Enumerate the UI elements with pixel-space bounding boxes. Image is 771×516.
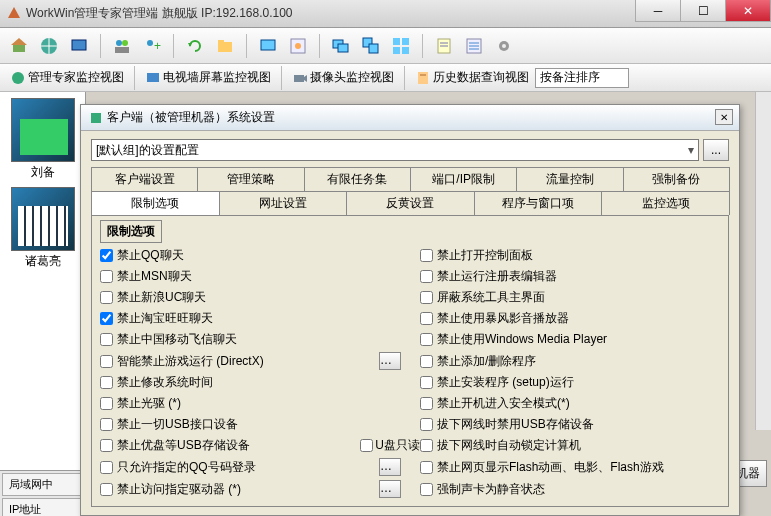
option-checkbox[interactable]: 禁止光驱 (*) — [100, 395, 360, 412]
checkbox[interactable] — [100, 270, 113, 283]
checkbox[interactable] — [420, 461, 433, 474]
client-thumb[interactable] — [11, 98, 75, 162]
dialog-close-button[interactable]: ✕ — [715, 109, 733, 125]
checkbox[interactable] — [100, 439, 113, 452]
list-icon[interactable] — [461, 33, 487, 59]
checkbox[interactable] — [420, 355, 433, 368]
option-checkbox[interactable]: 拔下网线时禁用USB存储设备 — [420, 416, 720, 433]
checkbox[interactable] — [100, 333, 113, 346]
option-checkbox[interactable]: 禁止修改系统时间 — [100, 374, 360, 391]
user-plus-icon[interactable]: + — [139, 33, 165, 59]
view-history[interactable]: 历史数据查询视图 — [411, 67, 533, 88]
checkbox[interactable] — [100, 483, 113, 496]
checkbox[interactable] — [420, 483, 433, 496]
windows-icon[interactable] — [328, 33, 354, 59]
option-checkbox[interactable]: 禁止MSN聊天 — [100, 268, 360, 285]
checkbox[interactable] — [420, 397, 433, 410]
tile-icon[interactable] — [388, 33, 414, 59]
group-combo[interactable]: [默认组]的设置配置 — [91, 139, 699, 161]
tab-lan[interactable]: 局域网中 — [2, 473, 84, 496]
option-checkbox[interactable]: 禁止一切USB接口设备 — [100, 416, 360, 433]
checkbox[interactable] — [100, 397, 113, 410]
checkbox[interactable] — [100, 312, 113, 325]
tab-ip[interactable]: IP地址 — [2, 498, 84, 516]
browse-button[interactable]: ... — [703, 139, 729, 161]
svg-point-8 — [147, 40, 153, 46]
tab-反黄设置[interactable]: 反黄设置 — [346, 191, 475, 215]
option-checkbox[interactable]: 智能禁止游戏运行 (DirectX) — [100, 352, 360, 370]
tab-管理策略[interactable]: 管理策略 — [197, 167, 304, 191]
option-checkbox[interactable]: 禁止使用Windows Media Player — [420, 331, 720, 348]
scrollbar[interactable] — [755, 92, 771, 430]
screen-icon[interactable] — [255, 33, 281, 59]
svg-rect-20 — [393, 38, 400, 45]
tab-监控选项[interactable]: 监控选项 — [601, 191, 730, 215]
window-title: WorkWin管理专家管理端 旗舰版 IP:192.168.0.100 — [26, 5, 293, 22]
tab-限制选项[interactable]: 限制选项 — [91, 191, 220, 215]
checkbox[interactable] — [420, 418, 433, 431]
home-icon[interactable] — [6, 33, 32, 59]
svg-marker-2 — [11, 38, 27, 45]
cascade-icon[interactable] — [358, 33, 384, 59]
option-checkbox[interactable]: 禁止访问指定驱动器 (*) — [100, 480, 360, 498]
checkbox[interactable] — [100, 461, 113, 474]
globe-icon[interactable] — [36, 33, 62, 59]
close-button[interactable]: ✕ — [725, 0, 771, 22]
option-checkbox[interactable]: 禁止网页显示Flash动画、电影、Flash游戏 — [420, 458, 720, 476]
client-thumb[interactable] — [11, 187, 75, 251]
checkbox[interactable] — [100, 418, 113, 431]
maximize-button[interactable]: ☐ — [680, 0, 726, 22]
checkbox[interactable] — [420, 270, 433, 283]
svg-rect-37 — [418, 72, 428, 84]
gear-icon[interactable] — [491, 33, 517, 59]
option-checkbox[interactable]: 禁止使用暴风影音播放器 — [420, 310, 720, 327]
option-checkbox[interactable]: 强制声卡为静音状态 — [420, 480, 720, 498]
sort-input[interactable] — [535, 68, 629, 88]
option-checkbox[interactable]: 禁止中国移动飞信聊天 — [100, 331, 360, 348]
view-monitor[interactable]: 管理专家监控视图 — [6, 67, 128, 88]
folder-icon[interactable] — [212, 33, 238, 59]
checkbox[interactable] — [420, 376, 433, 389]
checkbox[interactable] — [420, 291, 433, 304]
udisk-readonly-checkbox[interactable]: U盘只读 — [360, 437, 420, 454]
option-checkbox[interactable]: 禁止新浪UC聊天 — [100, 289, 360, 306]
checkbox[interactable] — [420, 439, 433, 452]
checkbox[interactable] — [100, 249, 113, 262]
option-checkbox[interactable]: 禁止开机进入安全模式(*) — [420, 395, 720, 412]
view-camera[interactable]: 摄像头监控视图 — [288, 67, 398, 88]
view-tvwall[interactable]: 电视墙屏幕监控视图 — [141, 67, 275, 88]
tab-端口/IP限制[interactable]: 端口/IP限制 — [410, 167, 517, 191]
tab-强制备份[interactable]: 强制备份 — [623, 167, 730, 191]
option-checkbox[interactable]: 禁止淘宝旺旺聊天 — [100, 310, 360, 327]
option-checkbox[interactable]: 禁止打开控制面板 — [420, 247, 720, 264]
option-checkbox[interactable]: 只允许指定的QQ号码登录 — [100, 458, 360, 476]
checkbox[interactable] — [100, 376, 113, 389]
tab-有限任务集[interactable]: 有限任务集 — [304, 167, 411, 191]
note-icon[interactable] — [431, 33, 457, 59]
detail-button[interactable]: … — [379, 458, 401, 476]
option-checkbox[interactable]: 禁止QQ聊天 — [100, 247, 360, 264]
detail-button[interactable]: … — [379, 480, 401, 498]
option-checkbox[interactable]: 禁止安装程序 (setup)运行 — [420, 374, 720, 391]
svg-text:+: + — [154, 39, 161, 53]
refresh-icon[interactable] — [182, 33, 208, 59]
checkbox[interactable] — [420, 249, 433, 262]
option-checkbox[interactable]: 禁止优盘等USB存储设备 — [100, 437, 360, 454]
option-checkbox[interactable]: 禁止运行注册表编辑器 — [420, 268, 720, 285]
option-checkbox[interactable]: 拔下网线时自动锁定计算机 — [420, 437, 720, 454]
tab-客户端设置[interactable]: 客户端设置 — [91, 167, 198, 191]
checkbox[interactable] — [100, 291, 113, 304]
checkbox[interactable] — [420, 333, 433, 346]
monitor-icon[interactable] — [66, 33, 92, 59]
checkbox[interactable] — [420, 312, 433, 325]
tab-网址设置[interactable]: 网址设置 — [219, 191, 348, 215]
tab-程序与窗口项[interactable]: 程序与窗口项 — [474, 191, 603, 215]
minimize-button[interactable]: ─ — [635, 0, 681, 22]
app-window-icon[interactable] — [285, 33, 311, 59]
option-checkbox[interactable]: 禁止添加/删除程序 — [420, 352, 720, 370]
users-icon[interactable] — [109, 33, 135, 59]
option-checkbox[interactable]: 屏蔽系统工具主界面 — [420, 289, 720, 306]
checkbox[interactable] — [100, 355, 113, 368]
detail-button[interactable]: … — [379, 352, 401, 370]
tab-流量控制[interactable]: 流量控制 — [516, 167, 623, 191]
